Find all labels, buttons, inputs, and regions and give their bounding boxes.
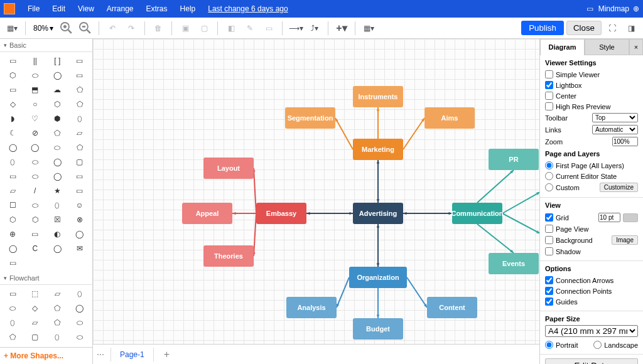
grid-size-input[interactable] [598,213,620,222]
editor-state-radio[interactable] [545,172,553,180]
menu-file[interactable]: File [21,4,46,13]
shape-stencil[interactable]: ⬡ [3,69,23,82]
shape-stencil[interactable]: ◯ [47,156,68,168]
shape-stencil[interactable]: ⬯ [70,287,90,300]
shape-stencil[interactable]: ▭ [3,287,23,300]
format-panel-toggle-icon[interactable]: ◨ [623,20,639,36]
first-page-radio[interactable] [545,161,553,169]
zoom-out-icon[interactable] [77,20,94,36]
shape-stencil[interactable]: ○ [25,98,46,110]
menu-help[interactable]: Help [174,4,202,13]
shape-stencil[interactable]: ◯ [70,228,90,240]
node-budget[interactable]: Budget [353,318,403,340]
shape-stencil[interactable]: ◇ [25,302,46,314]
center-checkbox[interactable] [545,92,553,100]
shape-stencil[interactable]: ♡ [25,112,46,125]
shape-category-basic[interactable]: Basic [0,39,92,52]
shape-stencil[interactable]: ☁ [47,83,68,96]
landscape-radio[interactable] [593,341,602,349]
last-change-link[interactable]: Last change 6 days ago [208,4,288,13]
waypoint-icon[interactable]: ⤴▾ [306,20,323,36]
shadow-icon[interactable]: ▭ [261,20,277,36]
shape-stencil[interactable]: ▢ [25,331,46,343]
shape-stencil[interactable]: ⬯ [3,156,23,168]
more-shapes-button[interactable]: + More Shapes... [0,347,92,364]
shape-stencil[interactable]: ▭ [3,257,23,269]
fullscreen-icon[interactable]: ⛶ [604,20,620,36]
zoom-input[interactable] [612,137,638,146]
table-icon[interactable]: ▦▾ [360,20,377,36]
shape-stencil[interactable]: ⬭ [70,331,90,343]
shape-stencil[interactable]: ⬭ [25,199,46,211]
shape-stencil[interactable]: ▢ [70,156,90,168]
node-layout[interactable]: Layout [203,158,254,179]
page-view-checkbox[interactable] [545,225,553,233]
menu-extras[interactable]: Extras [140,4,174,13]
shape-stencil[interactable]: ▭ [3,83,23,96]
add-page-button[interactable]: + [159,349,175,360]
shape-stencil[interactable]: ⬢ [47,112,68,125]
edit-data-button[interactable]: Edit Data [545,358,638,364]
delete-icon[interactable]: 🗑 [150,20,166,36]
shape-stencil[interactable]: ⬯ [3,316,23,329]
shape-stencil[interactable]: ☒ [47,213,68,226]
customize-button[interactable]: Customize [600,183,638,192]
shape-stencil[interactable]: ⬡ [3,213,23,226]
shape-stencil[interactable]: ⬠ [47,127,68,139]
shape-stencil[interactable]: ⬭ [25,170,46,183]
zoom-select[interactable]: 80% ▾ [31,24,56,33]
shape-stencil[interactable]: ⊕ [3,228,23,240]
shape-stencil[interactable]: ⬠ [3,331,23,343]
shape-stencil[interactable]: ⬡ [47,98,68,110]
line-color-icon[interactable]: ✎ [242,20,258,36]
toolbar-select[interactable]: Top [592,113,638,122]
lightbox-checkbox[interactable] [545,81,553,89]
shape-stencil[interactable]: ▱ [47,287,68,300]
simple-viewer-checkbox[interactable] [545,70,553,78]
pages-menu-icon[interactable]: ⋯ [97,350,105,359]
shape-stencil[interactable]: ⬚ [25,287,46,300]
tab-diagram[interactable]: Diagram [540,39,585,55]
shape-stencil[interactable]: ⬠ [70,83,90,96]
close-format-panel-icon[interactable]: × [629,39,643,55]
shape-stencil[interactable]: ▭ [70,185,90,197]
highres-checkbox[interactable] [545,102,553,110]
shape-stencil[interactable]: ⬭ [25,69,46,82]
shape-stencil[interactable]: ⬯ [47,331,68,343]
to-back-icon[interactable]: ▢ [196,20,212,36]
shape-stencil[interactable]: ▭ [3,55,23,67]
canvas[interactable]: AdvertisingMarketingEmbassyCommunication… [93,39,539,344]
paper-size-select[interactable]: A4 (210 mm x 297 mm) [545,325,638,337]
shape-stencil[interactable]: ◇ [3,98,23,110]
shape-stencil[interactable]: ▭ [25,228,46,240]
background-image-button[interactable]: Image [612,235,638,245]
shape-stencil[interactable]: ▱ [70,127,90,139]
close-button[interactable]: Close [566,21,602,35]
publish-button[interactable]: Publish [521,21,564,35]
shape-stencil[interactable]: ⬠ [70,98,90,110]
node-analysis[interactable]: Analysis [286,297,337,318]
grid-color-swatch[interactable] [623,213,638,222]
portrait-radio[interactable] [545,341,553,349]
shape-stencil[interactable]: ▭ [3,170,23,183]
node-instruments[interactable]: Instruments [353,86,403,107]
document-name[interactable]: Mindmap [598,4,629,13]
shape-stencil[interactable]: ✉ [70,242,90,255]
background-checkbox[interactable] [545,236,553,244]
node-organization[interactable]: Organization [349,267,407,288]
conn-arrows-checkbox[interactable] [545,276,553,284]
node-aims[interactable]: Aims [424,107,475,129]
zoom-in-icon[interactable] [58,20,75,36]
globe-icon[interactable]: ⊕ [633,4,639,13]
shape-stencil[interactable]: ☾ [3,127,23,139]
view-mode-button[interactable]: ▦▾ [4,20,20,36]
links-select[interactable]: Automatic [592,125,638,134]
fill-color-icon[interactable]: ◧ [223,20,239,36]
shape-stencil[interactable]: ⬭ [25,156,46,168]
insert-icon[interactable]: +▾ [333,20,350,36]
shape-stencil[interactable]: ⊘ [25,127,46,139]
shape-stencil[interactable]: ⬠ [70,141,90,154]
node-appeal[interactable]: Appeal [182,203,232,224]
node-pr[interactable]: PR [489,149,539,170]
shape-stencil[interactable]: ▱ [3,185,23,197]
